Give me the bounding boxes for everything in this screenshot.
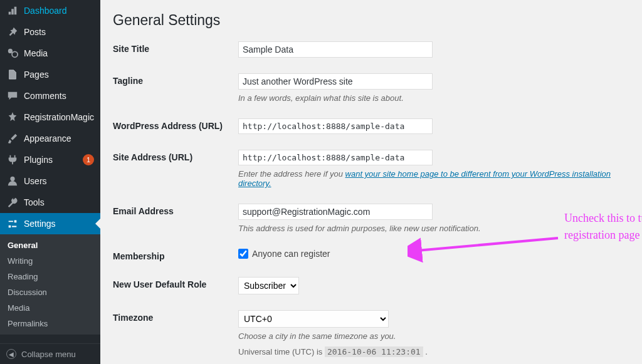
email-label: Email Address xyxy=(113,204,238,216)
wrench-icon xyxy=(6,196,19,209)
sliders-icon xyxy=(6,217,19,230)
sidebar-label: Users xyxy=(24,176,94,186)
pin-icon xyxy=(6,26,19,38)
submenu-item-reading[interactable]: Reading xyxy=(0,269,100,284)
email-input[interactable] xyxy=(238,204,433,220)
submenu-item-writing[interactable]: Writing xyxy=(0,253,100,269)
anyone-can-register-checkbox[interactable] xyxy=(238,249,248,259)
sidebar-item-comments[interactable]: Comments xyxy=(0,85,100,107)
tagline-input[interactable] xyxy=(238,73,433,90)
settings-submenu: General Writing Reading Discussion Media… xyxy=(0,234,100,335)
wp-url-input[interactable] xyxy=(238,118,433,134)
magic-icon xyxy=(6,111,19,123)
timezone-select[interactable]: UTC+0 xyxy=(238,310,389,328)
brush-icon xyxy=(6,132,19,145)
collapse-label: Collapse menu xyxy=(21,350,76,359)
email-description: This address is used for admin purposes,… xyxy=(238,224,629,233)
admin-sidebar: Dashboard Posts Media Pages Comments Reg… xyxy=(0,0,100,364)
default-role-select[interactable]: Subscriber xyxy=(238,277,299,294)
site-url-description: Enter the address here if you want your … xyxy=(238,169,629,188)
sidebar-label: Plugins xyxy=(24,155,80,165)
sidebar-item-appearance[interactable]: Appearance xyxy=(0,128,100,149)
user-icon xyxy=(6,175,19,187)
sidebar-item-tools[interactable]: Tools xyxy=(0,192,100,213)
sidebar-item-registrationmagic[interactable]: RegistrationMagic xyxy=(0,107,100,128)
membership-checkbox-wrap[interactable]: Anyone can register xyxy=(238,249,629,259)
tagline-label: Tagline xyxy=(113,73,238,86)
collapse-menu-button[interactable]: ◀ Collapse menu xyxy=(0,343,100,364)
site-url-input[interactable] xyxy=(238,150,433,165)
timezone-label: Timezone xyxy=(113,310,238,323)
page-title: General Settings xyxy=(113,12,629,29)
main-content: General Settings Site Title Tagline In a… xyxy=(100,0,642,364)
collapse-icon: ◀ xyxy=(6,349,16,359)
sidebar-label: Media xyxy=(24,48,94,58)
site-title-input[interactable] xyxy=(238,41,433,58)
sidebar-label: Posts xyxy=(24,27,94,37)
sidebar-item-users[interactable]: Users xyxy=(0,170,100,192)
svg-point-2 xyxy=(10,177,14,181)
sidebar-label: Tools xyxy=(24,197,94,207)
submenu-item-media[interactable]: Media xyxy=(0,300,100,316)
default-role-label: New User Default Role xyxy=(113,277,238,289)
tagline-description: In a few words, explain what this site i… xyxy=(238,93,629,103)
svg-point-0 xyxy=(8,49,13,53)
comment-icon xyxy=(6,90,19,102)
sidebar-label: Comments xyxy=(24,91,94,101)
wp-url-label: WordPress Address (URL) xyxy=(113,118,238,131)
submenu-item-general[interactable]: General xyxy=(0,237,100,253)
utc-time-code: 2016-10-06 11:23:01 xyxy=(325,346,423,357)
settings-form: Site Title Tagline In a few words, expla… xyxy=(113,41,629,356)
sidebar-label: RegistrationMagic xyxy=(24,112,94,122)
media-icon xyxy=(6,47,19,60)
membership-checkbox-label: Anyone can register xyxy=(252,249,330,259)
sidebar-item-posts[interactable]: Posts xyxy=(0,21,100,43)
sidebar-label: Pages xyxy=(24,70,94,80)
sidebar-item-dashboard[interactable]: Dashboard xyxy=(0,0,100,21)
sidebar-item-pages[interactable]: Pages xyxy=(0,64,100,85)
submenu-item-permalinks[interactable]: Permalinks xyxy=(0,316,100,331)
dashboard-icon xyxy=(6,4,19,17)
sidebar-label: Dashboard xyxy=(24,6,94,16)
site-url-label: Site Address (URL) xyxy=(113,150,238,162)
timezone-description: Choose a city in the same timezone as yo… xyxy=(238,331,629,341)
site-title-label: Site Title xyxy=(113,41,238,54)
submenu-item-discussion[interactable]: Discussion xyxy=(0,284,100,300)
sidebar-item-media[interactable]: Media xyxy=(0,43,100,64)
page-icon xyxy=(6,68,19,81)
plugins-update-badge: 1 xyxy=(83,154,94,165)
sidebar-item-plugins[interactable]: Plugins 1 xyxy=(0,149,100,170)
utc-time-text: Universal time (UTC) is 2016-10-06 11:23… xyxy=(238,347,629,356)
plug-icon xyxy=(6,153,19,166)
svg-point-1 xyxy=(12,51,18,57)
sidebar-label: Settings xyxy=(24,219,94,229)
sidebar-item-settings[interactable]: Settings xyxy=(0,213,100,234)
sidebar-label: Appearance xyxy=(24,133,94,143)
membership-label: Membership xyxy=(113,249,238,261)
